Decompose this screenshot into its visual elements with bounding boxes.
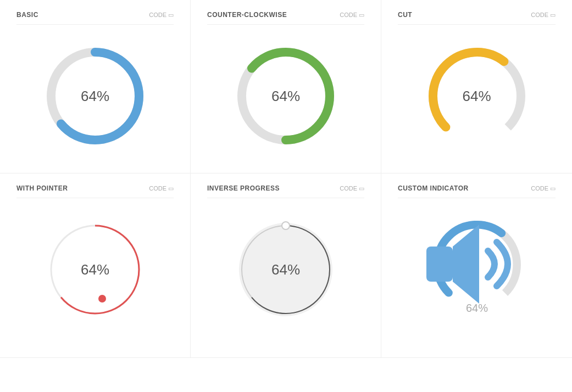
chart-area-cut: 64% [398, 36, 556, 156]
chart-area-pointer: 64% [16, 209, 174, 330]
donut-custom: 64% [422, 215, 532, 335]
title-basic: BASIC [16, 11, 38, 19]
chart-area-basic: 64% [16, 36, 174, 156]
title-pointer: WITH POINTER [16, 184, 68, 192]
cell-header-cut: CUT CODE ▭ [398, 11, 556, 25]
external-icon-pointer: ▭ [168, 185, 174, 192]
chart-area-inverse: 64% [207, 209, 364, 330]
cell-cut: CUT CODE ▭ 64% [381, 0, 572, 173]
cell-header-pointer: WITH POINTER CODE ▭ [16, 184, 174, 198]
donut-basic: 64% [40, 41, 150, 151]
chart-area-custom: 64% [398, 209, 556, 341]
donut-label-inverse: 64% [271, 261, 300, 278]
title-custom: CUSTOM INDICATOR [398, 184, 469, 192]
cell-header-custom: CUSTOM INDICATOR CODE ▭ [398, 184, 556, 198]
svg-rect-16 [426, 247, 453, 282]
donut-ccw: 64% [231, 41, 341, 151]
svg-point-12 [282, 222, 290, 229]
code-link-ccw[interactable]: CODE ▭ [340, 12, 364, 19]
cell-header-ccw: COUNTER-CLOCKWISE CODE ▭ [207, 11, 364, 25]
speaker-icon [422, 209, 532, 321]
external-icon-inverse: ▭ [359, 185, 364, 192]
title-cut: CUT [398, 11, 412, 19]
donut-label-ccw: 64% [271, 88, 300, 105]
cell-header-basic: BASIC CODE ▭ [16, 11, 174, 25]
cell-basic: BASIC CODE ▭ 64% [0, 0, 191, 173]
chart-area-ccw: 64% [207, 36, 364, 156]
code-link-custom[interactable]: CODE ▭ [531, 185, 556, 192]
donut-label-basic: 64% [81, 88, 109, 105]
donut-inverse: 64% [231, 215, 341, 324]
svg-marker-17 [453, 225, 479, 304]
code-link-cut[interactable]: CODE ▭ [531, 12, 556, 19]
main-grid: BASIC CODE ▭ 64% COUNTER-CLOCKWISE [0, 0, 572, 358]
code-link-inverse[interactable]: CODE ▭ [340, 185, 364, 192]
cell-counter-clockwise: COUNTER-CLOCKWISE CODE ▭ 64% [191, 0, 381, 173]
external-icon-cut: ▭ [550, 12, 556, 19]
cell-pointer: WITH POINTER CODE ▭ 64% [0, 173, 191, 358]
donut-label-pointer: 64% [81, 261, 109, 278]
external-icon-basic: ▭ [168, 12, 174, 19]
cell-header-inverse: INVERSE PROGRESS CODE ▭ [207, 184, 364, 198]
code-link-basic[interactable]: CODE ▭ [149, 12, 174, 19]
svg-point-8 [98, 295, 106, 303]
title-ccw: COUNTER-CLOCKWISE [207, 11, 287, 19]
donut-pointer: 64% [40, 215, 150, 324]
external-icon-custom: ▭ [550, 185, 556, 192]
donut-label-cut: 64% [462, 88, 491, 105]
title-inverse: INVERSE PROGRESS [207, 184, 280, 192]
donut-cut: 64% [422, 41, 532, 151]
code-link-pointer[interactable]: CODE ▭ [149, 185, 174, 192]
cell-custom: CUSTOM INDICATOR CODE ▭ 64% [381, 173, 572, 358]
external-icon-ccw: ▭ [359, 12, 364, 19]
cell-inverse: INVERSE PROGRESS CODE ▭ [191, 173, 381, 358]
